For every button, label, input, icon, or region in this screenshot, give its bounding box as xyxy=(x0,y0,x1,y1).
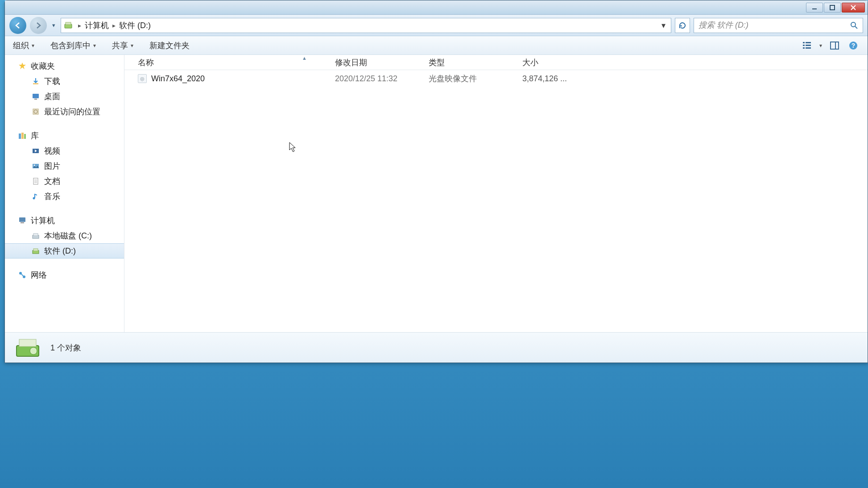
content-area: 收藏夹 下载 桌面 最近访问的位置 库 xyxy=(5,55,868,332)
navigation-pane[interactable]: 收藏夹 下载 桌面 最近访问的位置 库 xyxy=(5,55,124,332)
svg-rect-3 xyxy=(66,22,71,25)
column-name-label: 名称 xyxy=(138,58,154,67)
file-type: 光盘映像文件 xyxy=(423,73,517,84)
title-bar xyxy=(5,0,868,15)
include-in-library-menu[interactable]: 包含到库中▾ xyxy=(50,40,96,51)
maximize-button[interactable] xyxy=(824,3,841,13)
status-text: 1 个对象 xyxy=(50,342,81,353)
refresh-button[interactable] xyxy=(675,18,690,33)
preview-pane-button[interactable] xyxy=(828,39,841,52)
svg-rect-12 xyxy=(831,42,839,49)
desktop-icon xyxy=(31,92,41,101)
forward-button[interactable] xyxy=(30,17,47,34)
svg-rect-16 xyxy=(33,83,38,84)
drive-icon xyxy=(64,21,73,30)
tree-computer: 计算机 本地磁盘 (C:) 软件 (D:) xyxy=(5,213,124,259)
new-folder-button[interactable]: 新建文件夹 xyxy=(149,40,190,51)
svg-point-31 xyxy=(33,197,35,200)
minimize-button[interactable] xyxy=(806,3,823,13)
tree-favorites: 收藏夹 下载 桌面 最近访问的位置 xyxy=(5,58,124,119)
tree-item-videos[interactable]: 视频 xyxy=(5,143,124,158)
file-date: 2020/12/25 11:32 xyxy=(330,74,423,83)
tree-item-music[interactable]: 音乐 xyxy=(5,189,124,204)
tree-item-downloads[interactable]: 下载 xyxy=(5,74,124,89)
documents-icon xyxy=(31,176,41,186)
svg-point-42 xyxy=(30,347,37,355)
tree-network: 网络 xyxy=(5,267,124,283)
tree-item-drive-d[interactable]: 软件 (D:) xyxy=(5,243,124,259)
tree-label: 下载 xyxy=(44,76,60,87)
star-icon xyxy=(17,61,27,71)
svg-rect-22 xyxy=(21,133,24,139)
downloads-icon xyxy=(31,76,41,86)
breadcrumb-separator-icon: ▸ xyxy=(110,22,118,29)
sort-ascending-icon: ▲ xyxy=(302,55,307,61)
svg-rect-8 xyxy=(803,45,805,46)
tree-label: 收藏夹 xyxy=(31,61,55,71)
organize-label: 组织 xyxy=(13,40,29,51)
svg-rect-32 xyxy=(19,217,25,222)
share-menu[interactable]: 共享▾ xyxy=(112,40,133,51)
tree-computer-header[interactable]: 计算机 xyxy=(5,213,124,228)
file-name: Win7x64_2020 xyxy=(151,74,205,83)
tree-item-desktop[interactable]: 桌面 xyxy=(5,89,124,104)
share-label: 共享 xyxy=(112,40,128,51)
svg-rect-1 xyxy=(830,5,835,10)
view-options-button[interactable] xyxy=(801,39,813,52)
svg-rect-7 xyxy=(806,42,811,43)
svg-rect-37 xyxy=(33,249,38,251)
tree-label: 库 xyxy=(31,130,39,141)
tree-item-documents[interactable]: 文档 xyxy=(5,174,124,189)
column-type[interactable]: 类型 xyxy=(423,57,517,68)
network-icon xyxy=(17,270,27,280)
file-row[interactable]: ◎ Win7x64_2020 2020/12/25 11:32 光盘映像文件 3… xyxy=(124,70,868,87)
tree-item-recent[interactable]: 最近访问的位置 xyxy=(5,104,124,119)
column-name[interactable]: 名称 ▲ xyxy=(124,57,330,68)
tree-item-pictures[interactable]: 图片 xyxy=(5,158,124,174)
tree-label: 桌面 xyxy=(44,91,60,102)
chevron-down-icon: ▾ xyxy=(131,42,133,49)
video-icon xyxy=(31,146,41,156)
tree-network-header[interactable]: 网络 xyxy=(5,267,124,283)
tree-favorites-header[interactable]: 收藏夹 xyxy=(5,58,124,74)
search-box[interactable] xyxy=(694,18,863,33)
tree-item-drive-c[interactable]: 本地磁盘 (C:) xyxy=(5,228,124,243)
search-icon xyxy=(850,21,858,29)
chevron-down-icon[interactable]: ▾ xyxy=(819,42,822,49)
organize-menu[interactable]: 组织▾ xyxy=(13,40,34,51)
breadcrumb-drive[interactable]: 软件 (D:) xyxy=(118,20,152,31)
breadcrumb-computer[interactable]: 计算机 xyxy=(84,20,110,31)
column-date[interactable]: 修改日期 xyxy=(330,57,423,68)
tree-label: 视频 xyxy=(44,146,60,156)
music-icon xyxy=(31,192,41,201)
breadcrumb-dropdown-icon[interactable]: ▾ xyxy=(658,21,668,30)
svg-rect-18 xyxy=(34,99,37,100)
tree-libraries-header[interactable]: 库 xyxy=(5,128,124,143)
column-headers[interactable]: 名称 ▲ 修改日期 类型 大小 xyxy=(124,55,868,70)
close-button[interactable] xyxy=(842,3,865,13)
help-button[interactable]: ? xyxy=(847,39,860,52)
tree-label: 最近访问的位置 xyxy=(44,106,100,117)
breadcrumb-bar[interactable]: ▸ 计算机 ▸ 软件 (D:) ▾ xyxy=(61,18,671,33)
svg-point-4 xyxy=(851,22,856,27)
file-size: 3,874,126 ... xyxy=(517,74,602,83)
svg-rect-33 xyxy=(21,222,24,223)
drive-icon xyxy=(31,246,41,256)
file-rows[interactable]: ◎ Win7x64_2020 2020/12/25 11:32 光盘映像文件 3… xyxy=(124,70,868,332)
svg-point-26 xyxy=(34,165,35,166)
pictures-icon xyxy=(31,161,41,171)
column-size[interactable]: 大小 xyxy=(517,57,602,68)
include-label: 包含到库中 xyxy=(50,40,91,51)
tree-libraries: 库 视频 图片 文档 音乐 xyxy=(5,128,124,204)
svg-text:?: ? xyxy=(851,42,856,49)
nav-history-dropdown[interactable]: ▾ xyxy=(50,22,57,29)
drive-icon xyxy=(31,231,41,241)
chevron-down-icon: ▾ xyxy=(93,42,96,49)
back-button[interactable] xyxy=(9,17,26,34)
tree-label: 音乐 xyxy=(44,191,60,202)
status-bar: 1 个对象 xyxy=(5,332,868,363)
iso-file-icon: ◎ xyxy=(138,74,147,83)
search-input[interactable] xyxy=(699,21,850,30)
svg-rect-23 xyxy=(24,134,26,139)
command-bar: 组织▾ 包含到库中▾ 共享▾ 新建文件夹 ▾ ? xyxy=(5,36,868,55)
